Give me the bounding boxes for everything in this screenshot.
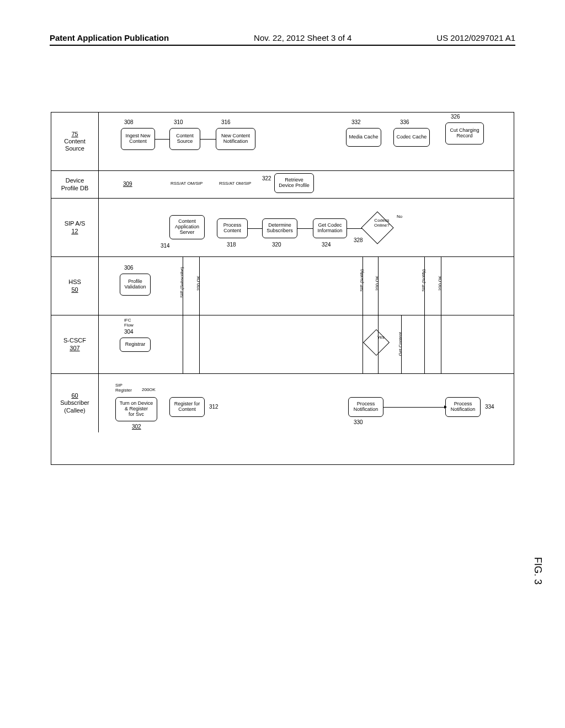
ref-304: 304	[124, 329, 134, 335]
sequence-diagram: 75 Content Source Ingest New Content 308…	[51, 112, 514, 465]
decision-codecs-online: Codecs Online?	[361, 211, 393, 244]
msg-rss-2: RSS/AT OM/SIP	[219, 181, 251, 186]
lane-label-subscriber: 60 Subscriber (Callee)	[51, 374, 99, 432]
msg-200ok-2: 200 OK	[375, 276, 380, 291]
ref-309: 309	[123, 181, 132, 187]
arrow	[199, 257, 200, 315]
ref-320: 320	[272, 242, 281, 248]
lane-title: SIP A/S	[65, 220, 86, 227]
box-media-cache: Media Cache	[346, 128, 381, 147]
box-ingest-new: Ingest New Content	[121, 128, 155, 150]
lane-title: Subscriber (Callee)	[60, 399, 89, 414]
header-right: US 2012/0297021 A1	[436, 33, 515, 42]
arrow	[378, 315, 379, 374]
lane-body: Profile Validation 306 SIP (Subscribe) 2…	[99, 257, 514, 315]
ref-12: 12	[71, 228, 78, 235]
ref-312: 312	[209, 404, 218, 410]
box-content-app-server: Content Application Server	[169, 215, 205, 239]
arrow	[200, 139, 216, 140]
lane-scscf: S-CSCF 307 Registrar 304 iFC Flow Yes Ge…	[51, 315, 514, 374]
msg-ifc-flow: iFC Flow	[124, 318, 134, 328]
ref-60: 60	[71, 392, 78, 399]
figure-label: FIG. 3	[532, 557, 543, 585]
lane-subscriber: 60 Subscriber (Callee) Turn on Device & …	[51, 374, 514, 432]
box-get-codec: Get Codec Information	[313, 218, 347, 238]
lane-sip-as: SIP A/S 12 Content Application Server 31…	[51, 199, 514, 257]
ref-324: 324	[322, 242, 331, 248]
arrow	[297, 228, 313, 229]
box-process-notif-1: Process Notification	[348, 397, 383, 417]
lane-label-sip-as: SIP A/S 12	[51, 199, 99, 256]
msg-sip-register: SIP Register	[115, 383, 132, 393]
ref-328: 328	[354, 237, 363, 243]
arrow	[183, 257, 183, 315]
lane-label-device-profile: Device Profile DB	[51, 171, 99, 198]
ref-310: 310	[174, 119, 183, 125]
lane-body: Registrar 304 iFC Flow Yes Get Content	[99, 315, 514, 373]
msg-sip-notify-1: SIP (Notify)	[359, 269, 364, 292]
lane-label-content-source: 75 Content Source	[51, 113, 99, 170]
lane-device-profile-db: Device Profile DB 309 RSS/AT OM/SIP RSS/…	[51, 171, 514, 199]
msg-200ok-reg: 200OK	[142, 387, 156, 392]
ref-332: 332	[351, 119, 361, 125]
ref-308: 308	[124, 119, 134, 125]
msg-rss-1: RSS/AT OM/SIP	[170, 181, 202, 186]
arrow	[199, 315, 200, 374]
arrow	[424, 315, 425, 374]
arrow	[424, 257, 425, 315]
ref-336: 336	[400, 119, 409, 125]
arrow	[441, 315, 441, 374]
ref-75: 75	[71, 131, 78, 138]
lane-body: 309 RSS/AT OM/SIP RSS/AT OM/SIP Retrieve…	[99, 171, 514, 198]
box-turn-on-device: Turn on Device & Register for Svc	[115, 397, 157, 421]
lane-title: Content Source	[64, 138, 86, 152]
lane-hss: HSS 50 Profile Validation 306 SIP (Subsc…	[51, 257, 514, 315]
ref-314: 314	[161, 243, 170, 249]
ref-50: 50	[71, 286, 78, 293]
decision-yes: Yes	[363, 329, 390, 356]
arrow	[183, 315, 183, 374]
arrow	[248, 228, 262, 229]
msg-200ok-3: 200 OK	[438, 276, 443, 291]
box-process-notif-2: Process Notification	[445, 397, 481, 417]
msg-sip-subscribe: SIP (Subscribe)	[179, 267, 184, 298]
lane-content-source: 75 Content Source Ingest New Content 308…	[51, 113, 514, 171]
header-left: Patent Application Publication	[50, 33, 169, 42]
header-mid: Nov. 22, 2012 Sheet 3 of 4	[254, 33, 351, 42]
box-register-content: Register for Content	[169, 397, 205, 417]
box-registrar: Registrar	[120, 338, 151, 352]
arrow	[363, 315, 363, 374]
ref-307: 307	[70, 345, 79, 352]
arrowhead	[444, 405, 447, 409]
box-profile-validation: Profile Validation	[120, 274, 151, 296]
msg-get-content: Get Content	[398, 332, 403, 356]
ref-302: 302	[132, 424, 141, 430]
page-header: Patent Application Publication Nov. 22, …	[50, 33, 515, 46]
lane-title: S-CSCF	[63, 337, 86, 344]
box-determine-subs: Determine Subscribers	[262, 218, 297, 238]
lane-title: Device Profile DB	[61, 177, 89, 191]
box-process-content: Process Content	[217, 218, 248, 238]
lane-body: Ingest New Content 308 Content Source 31…	[99, 113, 514, 170]
ref-326: 326	[451, 114, 460, 120]
lane-body: Turn on Device & Register for Svc 302 SI…	[99, 374, 514, 432]
arrow	[378, 257, 379, 315]
lane-label-hss: HSS 50	[51, 257, 99, 315]
arrow	[401, 315, 402, 374]
lane-label-scscf: S-CSCF 307	[51, 315, 99, 373]
arrow	[347, 228, 363, 229]
box-content-source: Content Source	[169, 128, 200, 150]
box-codec-cache: Codec Cache	[393, 128, 430, 147]
box-new-content-notif: New Content Notification	[216, 128, 255, 150]
box-retrieve-profile: Retrieve Device Profile	[274, 173, 314, 193]
msg-200ok-1: 200 OK	[196, 276, 201, 291]
ref-318: 318	[227, 242, 236, 248]
msg-sip-notify-2: SIP (Notify)	[421, 269, 426, 292]
arrow	[155, 139, 169, 140]
ref-316: 316	[221, 119, 231, 125]
lane-title: HSS	[68, 279, 81, 286]
box-cut-charging: Cut Charging Record	[445, 122, 484, 144]
lane-body: Content Application Server 314 Process C…	[99, 199, 514, 256]
page: Patent Application Publication Nov. 22, …	[0, 0, 565, 728]
ref-334: 334	[485, 404, 494, 410]
